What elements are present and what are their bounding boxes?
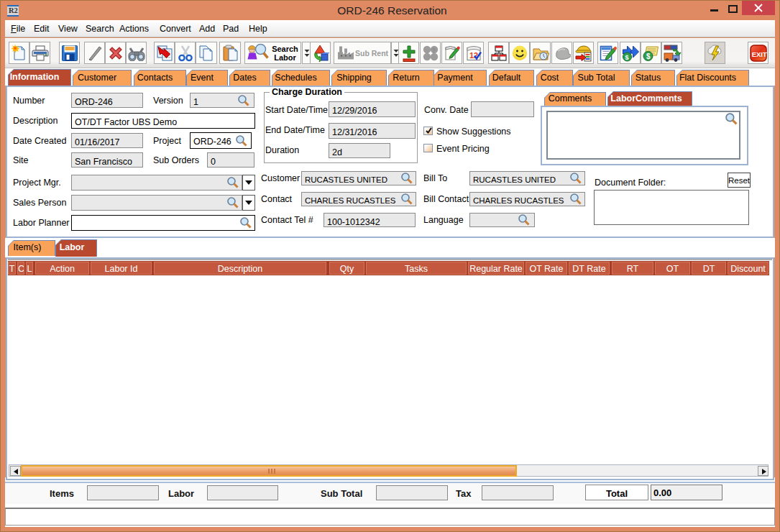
svg-text:Search: Search: [272, 44, 298, 52]
svg-text:Labor: Labor: [274, 52, 296, 61]
svg-text:Sub Rent: Sub Rent: [355, 48, 389, 57]
svg-text:$: $: [646, 52, 651, 60]
svg-text:?: ?: [431, 47, 436, 54]
svg-text:EXIT: EXIT: [751, 50, 766, 58]
svg-text:$: $: [625, 54, 628, 61]
